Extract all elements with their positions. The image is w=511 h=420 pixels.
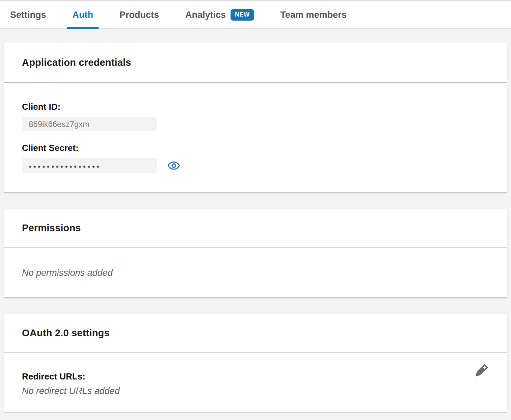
tab-team-members[interactable]: Team members: [275, 1, 352, 28]
tab-analytics-label: Analytics: [185, 10, 226, 20]
application-credentials-title: Application credentials: [22, 57, 131, 68]
tab-settings[interactable]: Settings: [5, 1, 52, 28]
tab-bar: Settings Auth Products Analytics NEW Tea…: [0, 0, 511, 29]
auth-tab-content: Application credentials Client ID: 869ik…: [0, 29, 511, 415]
reveal-secret-button[interactable]: [167, 161, 180, 170]
permissions-header: Permissions: [4, 209, 507, 248]
redirect-urls-empty-state: No redirect URLs added: [22, 386, 120, 396]
tab-analytics[interactable]: Analytics NEW: [180, 1, 260, 28]
pencil-icon: [472, 362, 490, 380]
tab-auth[interactable]: Auth: [67, 1, 99, 28]
oauth-settings-card: OAuth 2.0 settings Redirect URLs: No red…: [4, 314, 507, 412]
permissions-empty-state: No permissions added: [22, 268, 113, 278]
permissions-title: Permissions: [22, 222, 81, 234]
oauth-settings-title: OAuth 2.0 settings: [22, 327, 110, 339]
client-id-value: 869ik66esz7gxm: [22, 117, 157, 131]
oauth-settings-header: OAuth 2.0 settings: [4, 314, 507, 353]
permissions-card: Permissions No permissions added: [4, 209, 507, 297]
client-secret-label: Client Secret:: [22, 143, 489, 153]
edit-redirect-urls-button[interactable]: [472, 362, 490, 380]
application-credentials-body: Client ID: 869ik66esz7gxm Client Secret:…: [4, 83, 507, 192]
oauth-settings-body: Redirect URLs: No redirect URLs added: [4, 353, 507, 412]
tab-settings-label: Settings: [10, 10, 46, 20]
redirect-urls-label: Redirect URLs:: [22, 371, 489, 382]
eye-icon: [167, 161, 180, 170]
application-credentials-card: Application credentials Client ID: 869ik…: [4, 43, 507, 192]
tab-auth-label: Auth: [73, 10, 93, 20]
tab-team-members-label: Team members: [280, 10, 347, 20]
client-secret-value: ••••••••••••••••: [22, 158, 157, 173]
application-credentials-header: Application credentials: [4, 43, 507, 83]
client-id-label: Client ID:: [22, 102, 489, 112]
tab-products[interactable]: Products: [114, 1, 164, 28]
client-secret-row: ••••••••••••••••: [22, 158, 489, 173]
tab-products-label: Products: [119, 10, 159, 20]
permissions-body: No permissions added: [4, 248, 507, 297]
new-badge: NEW: [231, 9, 254, 21]
